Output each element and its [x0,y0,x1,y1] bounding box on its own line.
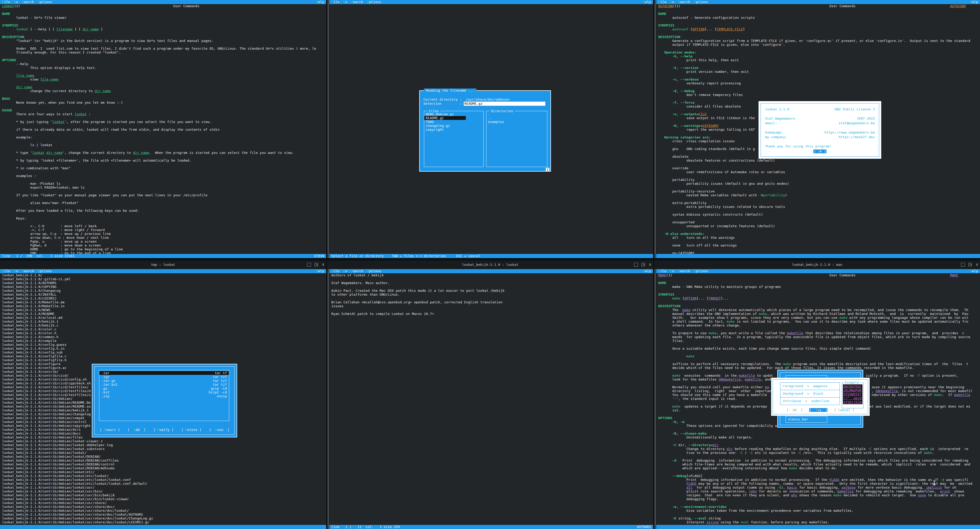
menu-item[interactable]: Search [351,0,363,4]
archive-extension-row[interactable]: .zipunzip [99,394,229,398]
menu-item[interactable]: Go [14,0,18,4]
status-filename: AUTHORS [637,525,651,529]
menu-item[interactable]: Options [694,0,708,4]
text-line: mands for updating each file. In a progr… [658,335,980,339]
text-line: -W also understands: [658,232,980,236]
menu-help[interactable]: Help [970,269,978,273]
close-icon[interactable]: X [649,263,651,266]
menu-item[interactable]: Search [351,269,363,273]
window-titlebar[interactable]: lookat_bekijk-2.1.0 : man + X [654,260,980,269]
color-dialog-buttons: [ OK ][ Try ][ Cancel ] [773,408,868,412]
text-line [658,247,980,251]
close-icon[interactable]: X [322,263,324,266]
menu-item[interactable]: File [331,269,339,273]
file-item[interactable]: changelog.gz [424,124,483,127]
archive-extension-row[interactable]: .tar.bz2tar tjf [99,382,229,386]
directory-item[interactable]: examples [487,120,547,124]
restore-icon[interactable]: + [969,263,972,266]
status-hints: Select a file or directory TAB = files <… [331,254,480,258]
color-attribute-row[interactable]: Background > black [780,390,840,398]
text-line: lookat_bekijk-2.1.0/contrib/debian/looka… [2,443,326,447]
dialog-button[interactable]: [ Try ] [809,408,827,412]
text-line: lookat_bekijk-2.1.0/contrib/debian/looka… [2,505,326,509]
menu-help[interactable]: Help [316,0,324,4]
menu-help[interactable]: Help [643,0,651,4]
menu-item[interactable]: File [331,0,339,4]
window-border-scrollbar[interactable] [654,0,656,258]
restore-icon[interactable]: + [315,263,318,266]
menu-item[interactable]: File [658,0,666,4]
ok-button[interactable]: [ OK ] [813,150,826,153]
menu-item[interactable]: File [658,269,666,273]
menu-item[interactable]: File [2,0,10,4]
selected-item-status-bar[interactable]: status_bar [786,416,827,423]
text-line: lookat_bekijk-2.1.0/INSTALL [2,293,326,296]
directory-item[interactable]: .. [487,116,547,120]
menu-item[interactable]: Search [22,269,34,273]
archive-extension-row[interactable]: .tartar tf [99,371,229,375]
text-line [658,277,980,281]
window-border-scrollbar[interactable] [654,269,656,529]
about-row: Staf Wagemakers1997-2025 [761,116,879,121]
close-icon[interactable]: X [976,263,978,266]
menu-item[interactable]: Search [678,0,690,4]
menu-item[interactable]: Go [343,269,347,273]
menu-item[interactable]: Options [367,0,381,4]
menu-help[interactable]: Help [316,269,324,273]
text-line: lookat_bekijk-2.1.0/color.c [2,327,326,331]
text-line: lookat_bekijk-2.1.0/contrib/debian/looka… [2,455,326,459]
window-titlebar[interactable]: tmp : lookat + X [0,260,326,269]
text-line [658,85,980,89]
file-item[interactable]: README.gz [424,116,466,120]
text-line: DESCRIPTION [658,304,980,308]
window-titlebar[interactable]: lookat_bekijk-2.1.0 : lookat + X [327,260,653,269]
text-line [658,197,980,201]
menu-item[interactable]: Go [343,0,347,4]
color-attribute-row[interactable]: Foreground > magenta [780,382,840,390]
text-line: -d Print debugging information in additi… [658,459,980,462]
menu-item[interactable]: Go [670,0,674,4]
menu-item[interactable]: Options [367,269,381,273]
dialog-button[interactable]: [ Delete ] [181,428,201,432]
menu-help[interactable]: Help [970,0,978,4]
dialog-button[interactable]: [ OK ] [787,408,803,412]
archive-extension-row[interactable]: .bz2bzip2 -cd [99,390,229,394]
menu-item[interactable]: Search [678,269,690,273]
text-line: Authors of lookat / bekijk [331,273,653,277]
maximize-icon[interactable] [634,263,638,266]
dialog-button[interactable]: [ Modify ] [153,428,173,432]
text-line: * by just typing 'lookat', after the pro… [2,120,326,124]
menu-item[interactable]: File [2,269,10,273]
dialog-button[interactable]: [ Insert ] [100,428,120,432]
window-lookat-autoconf-man: FileGoSearchOptions Help AUTOCONF(1) Use… [654,0,980,258]
window-border-scrollbar[interactable] [327,269,329,529]
archive-extension-row[interactable]: .gzgzip -cd [99,386,229,390]
maximize-icon[interactable] [307,263,311,266]
menu-item[interactable]: Options [38,269,52,273]
text-line: lookat [ --help ] [ filename ] [ dir nam… [2,27,326,31]
archive-extension-row[interactable]: .tar.gztar tzf [99,379,229,382]
color-attribute-row[interactable]: Attribute > underline [780,397,840,405]
maximize-icon[interactable] [961,263,965,266]
menu-help[interactable]: Help [643,269,651,273]
file-item[interactable]: copyright [424,127,483,131]
selection-input[interactable]: README.gz [464,102,545,106]
text-line: lookat_bekijk-2.1.0/color.h [2,331,326,335]
menu-item[interactable]: Options [694,269,708,273]
dialog-button[interactable]: [ Done ] [209,428,229,432]
man-page-lookat: LOOKAT(1) User CommandsNAME lookat - Un*… [0,4,326,254]
menu-item[interactable]: Search [22,0,34,4]
menu-item[interactable]: Go [14,269,18,273]
dialog-button[interactable]: [ Cancel ] [834,408,854,412]
file-item[interactable]: TODO [424,120,483,124]
window-border-scrollbar[interactable] [327,0,329,258]
text-line [2,104,326,108]
text-line: others whenever the others change. [658,323,980,327]
archive-extension-row[interactable]: .tgztar tzf [99,375,229,379]
menu-item[interactable]: Go [670,269,674,273]
menu-bar: FileGoSearchOptions Help [656,0,980,4]
menu-item[interactable]: Options [38,0,52,4]
restore-icon[interactable]: + [641,263,645,266]
dialog-button[interactable]: [ Add ] [127,428,146,432]
archive-handlers-dialog: .tartar tf.tgztar tzf.tar.gztar tzf.tar.… [92,364,237,437]
